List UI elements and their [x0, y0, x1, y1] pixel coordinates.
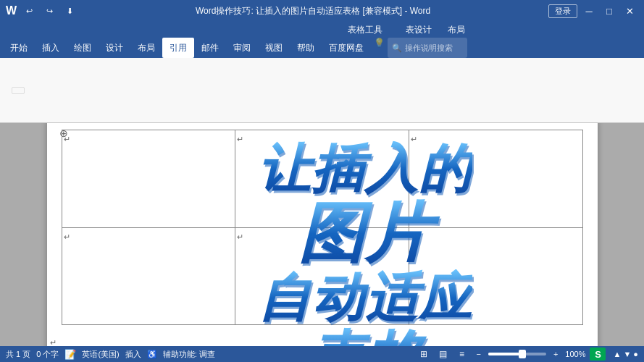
print-view-btn[interactable]: ⊞ — [417, 348, 431, 360]
web-view-btn[interactable]: ≡ — [454, 348, 469, 360]
zoom-plus[interactable]: + — [553, 350, 558, 358]
table-row: ↵ ↵ ↵ — [62, 130, 582, 228]
titlebar: W ↩ ↪ ⬇ Word操作技巧: 让插入的图片自动适应表格 [兼容模式] - … — [0, 0, 644, 22]
table-cell[interactable]: ↵ — [62, 130, 235, 228]
table-cell[interactable]: ↵ — [409, 227, 582, 325]
taskbar-icons: ▲ ▼ ● — [613, 350, 638, 358]
language: 英语(美国) — [82, 349, 119, 360]
table-cell[interactable]: ↵ — [409, 130, 582, 228]
insert-mode[interactable]: 插入 — [125, 349, 141, 360]
menu-help[interactable]: 帮助 — [290, 38, 322, 58]
zoom-minus[interactable]: − — [476, 350, 480, 358]
paragraph-mark: ↵ — [64, 232, 70, 241]
restore-button[interactable]: □ — [601, 4, 618, 18]
table-cell[interactable]: ↵ — [62, 227, 235, 325]
word-count: 0 个字 — [36, 349, 59, 360]
redo-btn[interactable]: ↪ — [41, 4, 57, 18]
zoom-thumb — [519, 350, 526, 358]
statusbar: 共 1 页 0 个字 📝 英语(美国) 插入 ♿ 辅助功能: 调查 ⊞ ▤ ≡ … — [0, 346, 644, 362]
paragraph-mark: ↵ — [411, 135, 417, 143]
table-cell[interactable]: ↵ — [235, 130, 409, 228]
table-tools-bar: 表格工具 表设计 布局 — [0, 22, 644, 38]
spell-check-icon[interactable]: 📝 — [64, 349, 76, 360]
read-view-btn[interactable]: ▤ — [435, 348, 450, 360]
zoom-slider[interactable] — [488, 353, 546, 355]
search-box[interactable]: 🔍 — [388, 38, 467, 58]
table-tools-label: 表格工具 — [348, 24, 382, 36]
paragraph-mark: ↵ — [64, 135, 70, 143]
word-icon: W — [6, 4, 17, 17]
menu-references[interactable]: 引用 — [162, 38, 194, 58]
undo-btn[interactable]: ↩ — [21, 4, 37, 18]
paragraph-mark: ↵ — [237, 135, 243, 143]
zoom-level[interactable]: 100% — [565, 350, 585, 358]
tab-table-design[interactable]: 表设计 — [398, 22, 439, 38]
zoom-track — [488, 353, 520, 355]
paragraph-mark: ↵ — [237, 232, 243, 241]
minimize-button[interactable]: ─ — [580, 4, 598, 18]
menubar: 开始 插入 绘图 设计 布局 引用 邮件 审阅 视图 帮助 百度网盘 💡 🔍 — [0, 38, 644, 58]
paragraph-mark: ↵ — [411, 232, 417, 241]
titlebar-left: W ↩ ↪ ⬇ — [6, 4, 78, 18]
tab-table-layout[interactable]: 布局 — [440, 22, 472, 38]
accessibility-label: 辅助功能: 调查 — [163, 349, 215, 360]
menu-review[interactable]: 审阅 — [226, 38, 258, 58]
page-paragraph-mark: ↵ — [50, 338, 57, 346]
close-button[interactable]: ✕ — [621, 4, 638, 18]
menu-home[interactable]: 开始 — [3, 38, 35, 58]
separator: 💡 — [374, 38, 385, 58]
menu-insert[interactable]: 插入 — [35, 38, 67, 58]
accessibility-icon[interactable]: ♿ — [147, 350, 157, 359]
quick-save-btn[interactable]: ⬇ — [62, 4, 78, 18]
titlebar-right: 登录 ─ □ ✕ — [548, 4, 638, 18]
table-row: ↵ ↵ ↵ — [62, 227, 582, 325]
table-cell[interactable]: ↵ — [235, 227, 409, 325]
document-page: ⊕ ↵ ↵ ↵ ↵ ↵ ↵ ↵ 让插入的 图片 自动适应 表格 — [47, 123, 598, 346]
big-title-line4: 表格 — [258, 327, 472, 346]
menu-baidu[interactable]: 百度网盘 — [322, 38, 371, 58]
menu-mail[interactable]: 邮件 — [194, 38, 226, 58]
menu-layout[interactable]: 布局 — [130, 38, 162, 58]
s-logo: S — [590, 348, 606, 361]
document-area: ⊕ ↵ ↵ ↵ ↵ ↵ ↵ ↵ 让插入的 图片 自动适应 表格 — [0, 123, 644, 346]
menu-view[interactable]: 视图 — [258, 38, 290, 58]
login-button[interactable]: 登录 — [548, 4, 577, 18]
search-input[interactable] — [405, 43, 463, 52]
document-table: ↵ ↵ ↵ ↵ ↵ ↵ — [62, 130, 583, 325]
titlebar-title: Word操作技巧: 让插入的图片自动适应表格 [兼容模式] - Word — [78, 5, 548, 17]
statusbar-right: ⊞ ▤ ≡ − + 100% S ▲ ▼ ● — [417, 348, 638, 361]
menu-draw[interactable]: 绘图 — [67, 38, 99, 58]
ribbon-placeholder — [12, 87, 25, 94]
menu-design[interactable]: 设计 — [99, 38, 130, 58]
page-count: 共 1 页 — [6, 349, 30, 360]
ribbon-content — [6, 62, 638, 119]
ribbon — [0, 58, 644, 123]
search-icon: 🔍 — [392, 43, 402, 53]
